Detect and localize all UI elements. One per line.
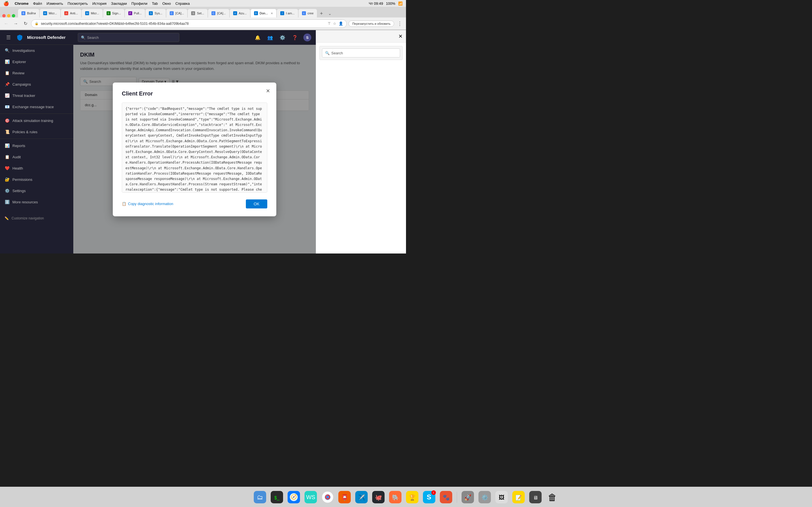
user-avatar[interactable]: S [303,34,311,41]
tab-favicon-ca2: C [211,11,215,15]
right-panel-search[interactable]: 🔍 Search [322,48,400,57]
tab-favicon-don: D [254,11,258,15]
sidebar-label-review: Review [12,71,24,75]
menu-edit[interactable]: Изменить [47,1,63,6]
tab-pull[interactable]: P Pull... [125,9,145,17]
tab-azure[interactable]: A Azu... [230,9,250,17]
tab-sys[interactable]: S Sys... [146,9,166,17]
browser-menu-button[interactable]: ⋮ [396,20,404,27]
exchange-message-icon: 📧 [4,104,10,109]
tab-microsoft-2[interactable]: M Micr... [82,9,102,17]
new-tab-button[interactable]: + [317,10,325,17]
help-icon[interactable]: ❓ [291,34,299,41]
translate-icon[interactable]: ⊤ [327,21,331,25]
menu-window[interactable]: Окно [162,1,171,6]
tab-set[interactable]: S Set... [188,9,207,17]
tab-ca2[interactable]: C [CA]... [208,9,229,17]
sidebar-item-policies-rules[interactable]: 📜 Policies & rules [0,126,73,137]
tab-cree[interactable]: c cree [299,9,317,17]
profile-icon[interactable]: 👤 [339,21,343,25]
menu-bookmarks[interactable]: Закладки [111,1,127,6]
maximize-window-btn[interactable] [12,14,15,17]
tab-label-iam: I am... [286,11,295,15]
global-search-box[interactable]: 🔍 Search [78,33,179,42]
search-icon: 🔍 [81,36,86,40]
sidebar-label-explorer: Explorer [12,60,26,64]
right-panel-search-area: 🔍 Search [319,46,403,60]
tab-microsoft-1[interactable]: M Micr... [40,9,60,17]
menu-help[interactable]: Справка [175,1,190,6]
modal-ok-button[interactable]: OK [246,200,267,209]
sidebar-navigation: 🔍 Investigations 📊 Explorer 📋 Review 📌 C… [0,45,73,253]
tab-label-cree: cree [308,11,313,15]
tab-label-m2: Micr... [91,11,99,15]
copy-diagnostic-button[interactable]: 📋 Copy diagnostic information [122,202,173,206]
menubar-time: Чт 09:49 [369,1,383,6]
close-right-panel-button[interactable]: ✕ [398,33,403,40]
tab-favicon-cree: c [302,11,306,15]
back-button[interactable]: ← [2,20,10,27]
tab-войти[interactable]: В Войти [18,9,39,17]
sidebar-item-threat-tracker[interactable]: 📈 Threat tracker [0,90,73,101]
sidebar-label-policies-rules: Policies & rules [12,130,38,134]
permissions-icon: 🔐 [4,177,10,182]
sidebar-item-attack-simulation[interactable]: 🎯 Attack simulation training [0,115,73,126]
feedback-icon[interactable]: 👥 [266,34,274,41]
sidebar-label-permissions: Permissions [12,177,33,182]
tab-favicon-m1: M [43,11,47,15]
menu-profiles[interactable]: Профили [132,1,147,6]
modal-close-button[interactable]: ✕ [264,87,272,95]
sidebar-item-health[interactable]: ❤️ Health [0,163,73,174]
app-container: ☰ Microsoft Defender 🔍 Investigations 📊 … [0,30,406,253]
forward-button[interactable]: → [12,20,20,27]
customize-navigation[interactable]: ✏️ Customize navigation [0,213,73,223]
content-area: DKIM Use DomainKeys Identified Mail (DKI… [73,45,316,253]
sidebar-item-settings[interactable]: ⚙️ Settings [0,185,73,196]
modal-title: Client Error [122,91,267,97]
settings-gear-icon[interactable]: ⚙️ [278,34,287,41]
tab-label-войти: Войти [27,11,36,15]
tab-ca1[interactable]: C [CA]... [166,9,188,17]
tab-anti[interactable]: A Anti... [61,9,81,17]
sidebar-hamburger[interactable]: ☰ [4,34,12,41]
sidebar-item-permissions[interactable]: 🔐 Permissions [0,174,73,185]
reload-button[interactable]: ↻ [21,20,29,27]
notification-bell-icon[interactable]: 🔔 [254,34,262,41]
close-window-btn[interactable] [2,14,6,17]
right-panel-search-icon: 🔍 [325,51,329,55]
tab-don[interactable]: D Don... ✕ [251,9,276,17]
sidebar-item-campaigns[interactable]: 📌 Campaigns [0,78,73,90]
tab-favicon-azure: A [233,11,237,15]
apple-menu[interactable]: 🍎 [3,1,9,6]
sidebar-item-audit[interactable]: 📋 Audit [0,151,73,163]
sidebar-item-investigations[interactable]: 🔍 Investigations [0,45,73,56]
tab-sign[interactable]: S Sign... [103,9,124,17]
main-content: 🔍 Search 🔔 👥 ⚙️ ❓ S DKIM Use DomainKeys … [73,30,316,253]
tab-close-don[interactable]: ✕ [271,12,273,15]
minimize-window-btn[interactable] [7,14,10,17]
tab-bar: В Войти M Micr... A Anti... M Micr... S … [0,7,406,17]
right-panel-search-label: Search [331,51,343,55]
sidebar-item-more-resources[interactable]: ℹ️ More resources [0,196,73,208]
bookmark-icon[interactable]: ☆ [333,21,336,25]
menubar-battery: 100% [386,1,395,6]
sidebar-label-reports: Reports [12,144,26,148]
address-bar[interactable]: 🔒 security.microsoft.com/authentication?… [31,19,347,28]
sidebar-item-reports[interactable]: 📊 Reports [0,140,73,151]
menu-history[interactable]: История [92,1,106,6]
sidebar-item-review[interactable]: 📋 Review [0,67,73,78]
sidebar-item-exchange-message-trace[interactable]: 📧 Exchange message trace [0,101,73,112]
sidebar-label-investigations: Investigations [12,48,35,53]
menu-tab[interactable]: Tab [152,1,158,6]
sidebar-label-health: Health [12,166,23,170]
sidebar-item-explorer[interactable]: 📊 Explorer [0,56,73,67]
restart-update-button[interactable]: Перезапустить и обновить [349,20,394,27]
menu-view[interactable]: Посмотреть [68,1,88,6]
tab-label-ca2: [CA]... [217,11,226,15]
active-app-name[interactable]: Chrome [15,1,29,6]
menu-file[interactable]: Файл [33,1,42,6]
nav-divider-2 [0,138,73,139]
sidebar-label-audit: Audit [12,155,21,159]
tab-iam[interactable]: I I am... [277,9,298,17]
tab-overflow-button[interactable]: ⌄ [326,10,334,17]
